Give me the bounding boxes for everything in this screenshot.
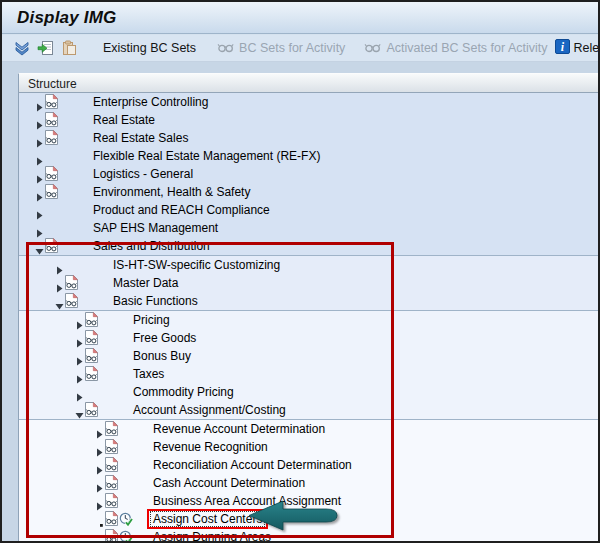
img-doc-glasses-icon[interactable] bbox=[85, 330, 98, 345]
img-activity-icon[interactable] bbox=[119, 512, 134, 527]
tree-row: Basic Functions bbox=[19, 292, 598, 310]
img-doc-glasses-icon[interactable] bbox=[45, 94, 58, 109]
tree-item-label[interactable]: Enterprise Controlling bbox=[93, 95, 208, 109]
img-doc-glasses-icon[interactable] bbox=[85, 348, 98, 363]
tree-item-label[interactable]: Environment, Health & Safety bbox=[93, 185, 250, 199]
expand-triangle-icon[interactable] bbox=[75, 388, 84, 397]
img-doc-glasses-icon[interactable] bbox=[105, 475, 118, 490]
expand-triangle-icon[interactable] bbox=[35, 224, 44, 233]
tree-item-label[interactable]: Real Estate bbox=[93, 113, 155, 127]
tree-item-label[interactable]: Reconciliation Account Determination bbox=[153, 458, 352, 472]
img-doc-glasses-icon[interactable] bbox=[45, 184, 58, 199]
tree-row: Reconciliation Account Determination bbox=[19, 456, 598, 474]
expand-collapse-chevrons-icon[interactable] bbox=[14, 40, 30, 57]
tree-band-level-4: Revenue Account DeterminationRevenue Rec… bbox=[19, 420, 598, 541]
tree-item-label[interactable]: Assign Dunning Areas bbox=[153, 530, 271, 541]
img-doc-glasses-icon[interactable] bbox=[65, 275, 78, 290]
tree-item-label[interactable]: IS-HT-SW-specific Customizing bbox=[113, 258, 280, 272]
tree-item-label[interactable]: Revenue Account Determination bbox=[153, 422, 325, 436]
expand-triangle-icon[interactable] bbox=[95, 479, 104, 488]
tree-item-label[interactable]: Cash Account Determination bbox=[153, 476, 305, 490]
tree-item-label[interactable]: Product and REACH Compliance bbox=[93, 203, 270, 217]
img-doc-glasses-icon[interactable] bbox=[105, 493, 118, 508]
img-doc-glasses-icon[interactable] bbox=[105, 529, 118, 541]
img-doc-glasses-icon[interactable] bbox=[105, 457, 118, 472]
expand-triangle-icon[interactable] bbox=[35, 206, 44, 215]
expand-triangle-icon[interactable] bbox=[35, 134, 44, 143]
expand-triangle-icon[interactable] bbox=[95, 497, 104, 506]
tree-item-label[interactable]: Flexible Real Estate Management (RE-FX) bbox=[93, 149, 320, 163]
bc-sets-for-activity-button[interactable]: BC Sets for Activity bbox=[217, 41, 345, 56]
img-doc-glasses-icon[interactable] bbox=[45, 112, 58, 127]
tree-item-label[interactable]: Assign Cost Centers bbox=[151, 512, 264, 526]
activated-bc-sets-for-activity-button[interactable]: Activated BC Sets for Activity bbox=[364, 41, 547, 56]
img-doc-glasses-icon[interactable] bbox=[65, 293, 78, 308]
expand-triangle-icon[interactable] bbox=[35, 116, 44, 125]
img-doc-glasses-icon[interactable] bbox=[45, 166, 58, 181]
tree-band-level-3: PricingFree GoodsBonus BuyTaxesCommodity… bbox=[19, 311, 598, 420]
img-activity-icon[interactable] bbox=[119, 530, 134, 541]
expand-triangle-icon[interactable] bbox=[95, 443, 104, 452]
expand-triangle-icon[interactable] bbox=[35, 170, 44, 179]
tree-row: Account Assignment/Costing bbox=[19, 401, 598, 419]
tree-item-label[interactable]: Taxes bbox=[133, 367, 164, 381]
collapse-triangle-icon[interactable] bbox=[35, 242, 44, 251]
img-doc-glasses-icon[interactable] bbox=[85, 366, 98, 381]
expand-triangle-icon[interactable] bbox=[95, 461, 104, 470]
page-title: Display IMG bbox=[2, 2, 598, 28]
expand-triangle-icon[interactable] bbox=[75, 352, 84, 361]
tree-row: Free Goods bbox=[19, 329, 598, 347]
tree-row: Cash Account Determination bbox=[19, 474, 598, 492]
img-doc-glasses-icon[interactable] bbox=[105, 511, 118, 526]
tree-row: Flexible Real Estate Management (RE-FX) bbox=[19, 147, 598, 165]
tree-item-label[interactable]: Basic Functions bbox=[113, 294, 198, 308]
toolbar: Existing BC Sets BC Sets for Activity Ac… bbox=[2, 35, 598, 62]
structure-column-header: Structure bbox=[18, 73, 598, 93]
glasses-icon bbox=[217, 41, 235, 56]
expand-triangle-icon[interactable] bbox=[95, 425, 104, 434]
expand-triangle-icon[interactable] bbox=[75, 334, 84, 343]
existing-bc-sets-button[interactable]: Existing BC Sets bbox=[97, 40, 202, 56]
tree-item-label[interactable]: Account Assignment/Costing bbox=[133, 403, 286, 417]
tree-row: Bonus Buy bbox=[19, 347, 598, 365]
img-doc-glasses-icon[interactable] bbox=[85, 402, 98, 417]
release-notes-label: Release bbox=[574, 41, 600, 55]
tree-item-label[interactable]: Pricing bbox=[133, 313, 170, 327]
img-doc-glasses-icon[interactable] bbox=[105, 439, 118, 454]
tree-item-label[interactable]: Bonus Buy bbox=[133, 349, 191, 363]
expand-triangle-icon[interactable] bbox=[75, 370, 84, 379]
img-doc-glasses-icon[interactable] bbox=[45, 238, 58, 253]
expand-triangle-icon[interactable] bbox=[55, 261, 64, 270]
display-bc-sets-icon[interactable] bbox=[37, 40, 54, 57]
tree-row: Business Area Account Assignment bbox=[19, 492, 598, 510]
tree-item-label[interactable]: Master Data bbox=[113, 276, 178, 290]
img-doc-glasses-icon[interactable] bbox=[45, 130, 58, 145]
paste-icon[interactable] bbox=[61, 40, 77, 57]
tree-item-label[interactable]: Free Goods bbox=[133, 331, 196, 345]
release-notes-button[interactable]: i Release bbox=[555, 39, 600, 57]
tree-row: Assign Cost Centers bbox=[19, 510, 598, 528]
tree-item-label[interactable]: Business Area Account Assignment bbox=[153, 494, 341, 508]
collapse-triangle-icon[interactable] bbox=[55, 297, 64, 306]
tree-item-label[interactable]: SAP EHS Management bbox=[93, 221, 218, 235]
tree-row: Real Estate Sales bbox=[19, 129, 598, 147]
tree-item-label[interactable]: Sales and Distribution bbox=[93, 239, 210, 253]
tree-row: Assign Dunning Areas bbox=[19, 528, 598, 541]
tree-row: Commodity Pricing bbox=[19, 383, 598, 401]
expand-triangle-icon[interactable] bbox=[35, 152, 44, 161]
img-doc-glasses-icon[interactable] bbox=[105, 421, 118, 436]
img-doc-glasses-icon[interactable] bbox=[85, 312, 98, 327]
collapse-triangle-icon[interactable] bbox=[75, 406, 84, 415]
tree-item-label[interactable]: Revenue Recognition bbox=[153, 440, 268, 454]
tree-item-label[interactable]: Logistics - General bbox=[93, 167, 193, 181]
expand-triangle-icon[interactable] bbox=[75, 316, 84, 325]
expand-triangle-icon[interactable] bbox=[55, 279, 64, 288]
tree-row: Environment, Health & Safety bbox=[19, 183, 598, 201]
tree-item-label[interactable]: Real Estate Sales bbox=[93, 131, 188, 145]
tree-row: Master Data bbox=[19, 274, 598, 292]
expand-triangle-icon[interactable] bbox=[35, 98, 44, 107]
tree-row: Sales and Distribution bbox=[19, 237, 598, 255]
glasses-icon bbox=[364, 41, 382, 56]
expand-triangle-icon[interactable] bbox=[35, 188, 44, 197]
tree-item-label[interactable]: Commodity Pricing bbox=[133, 385, 234, 399]
